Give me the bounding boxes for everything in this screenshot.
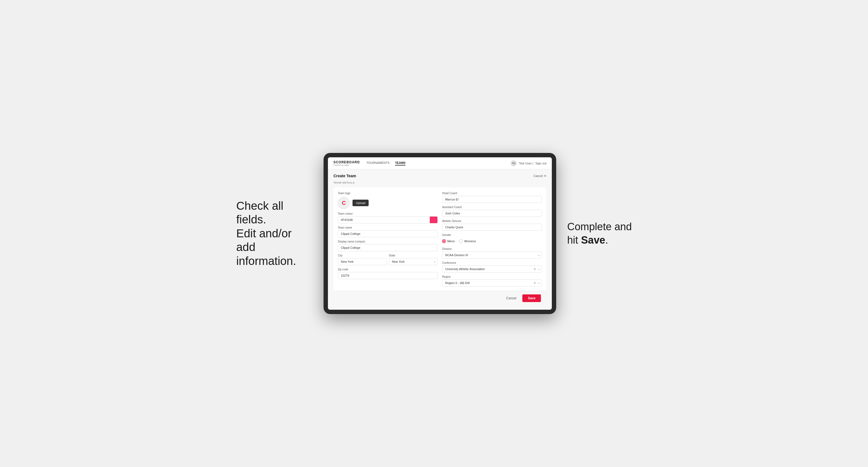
annotation-line2: Edit and/or add (236, 227, 313, 254)
logo-title: SCOREBOARD (333, 160, 360, 164)
head-coach-label: Head Coach (442, 192, 542, 195)
nav-user: Test User | (519, 162, 533, 165)
form-area: Team logo C Upload Team colo (333, 187, 546, 291)
conference-label: Conference (442, 261, 542, 264)
right-column: Head Coach Assistant Coach Athletic Dire… (442, 192, 542, 286)
page-header: Create Team Cancel ✕ (333, 174, 546, 178)
city-group: City (338, 254, 386, 265)
region-select[interactable]: Region II - (M) DIII Region I Region III (442, 279, 542, 286)
logo-preview: C (338, 197, 350, 209)
state-select-wrapper: New York California Texas (389, 258, 438, 265)
team-logo-label: Team logo (338, 192, 438, 195)
nav-logo: SCOREBOARD Powered by clippd (333, 160, 360, 166)
radio-dot-womens (459, 239, 463, 243)
state-label: State (389, 254, 438, 257)
zip-label: Zip code (338, 268, 438, 271)
team-logo-section: Team logo C Upload (338, 192, 438, 209)
colour-row (338, 216, 438, 223)
gender-section: Gender Mens Womens (442, 234, 542, 245)
head-coach-section: Head Coach (442, 192, 542, 203)
region-select-wrapper: Region II - (M) DIII Region I Region III… (442, 279, 542, 286)
radio-womens[interactable]: Womens (459, 239, 476, 243)
athletic-director-label: Athletic Director (442, 220, 542, 223)
head-coach-input[interactable] (442, 196, 542, 203)
cancel-label: Cancel (533, 174, 543, 178)
city-state-section: City State New York Californi (338, 254, 438, 265)
nav-links: TOURNAMENTS TEAMS (366, 161, 511, 165)
zip-input[interactable] (338, 272, 438, 279)
save-button[interactable]: Save (522, 294, 541, 302)
left-column: Team logo C Upload Team colo (338, 192, 438, 286)
signout-link[interactable]: Sign out (535, 162, 546, 165)
colour-swatch (430, 217, 437, 223)
radio-mens[interactable]: Mens (442, 239, 455, 243)
annotation-line1: Check all fields. (236, 199, 313, 227)
display-name-input[interactable] (338, 244, 438, 251)
display-name-section: Display name (unique) (338, 240, 438, 251)
team-name-section: Team name (338, 226, 438, 237)
avatar: TU (510, 160, 517, 166)
section-label: TEAM DETAILS (333, 181, 546, 184)
nav-bar: SCOREBOARD Powered by clippd TOURNAMENTS… (328, 157, 552, 169)
upload-button[interactable]: Upload (352, 199, 369, 206)
annotation-right-line2: hit (567, 234, 581, 246)
gender-label: Gender (442, 234, 542, 237)
nav-link-teams[interactable]: TEAMS (395, 161, 406, 165)
assistant-coach-input[interactable] (442, 210, 542, 217)
state-select[interactable]: New York California Texas (389, 258, 438, 265)
division-label: Division (442, 247, 542, 250)
left-annotation: Check all fields. Edit and/or add inform… (236, 199, 313, 268)
radio-dot-mens (442, 239, 446, 243)
region-clear-button[interactable]: ✕ (533, 281, 536, 285)
team-colour-label: Team colour (338, 212, 438, 215)
form-grid: Team logo C Upload Team colo (338, 192, 542, 286)
annotation-line3: information. (236, 254, 313, 268)
team-name-input[interactable] (338, 230, 438, 237)
city-label: City (338, 254, 386, 257)
radio-womens-label: Womens (464, 240, 476, 243)
city-input[interactable] (338, 258, 386, 265)
conference-section: Conference University Athletic Associati… (442, 261, 542, 273)
page-wrapper: Check all fields. Edit and/or add inform… (243, 153, 625, 314)
colour-input[interactable] (338, 217, 430, 223)
assistant-coach-section: Assistant Coach (442, 206, 542, 217)
form-footer: Cancel Save (333, 291, 546, 305)
annotation-bold: Save (581, 234, 605, 246)
nav-link-tournaments[interactable]: TOURNAMENTS (366, 161, 390, 165)
team-name-label: Team name (338, 226, 438, 229)
athletic-director-section: Athletic Director (442, 220, 542, 231)
page-title: Create Team (333, 174, 356, 178)
radio-group: Mens Womens (442, 238, 542, 245)
region-label: Region (442, 275, 542, 278)
annotation-period: . (605, 234, 608, 246)
cancel-footer-button[interactable]: Cancel (503, 294, 520, 302)
assistant-coach-label: Assistant Coach (442, 206, 542, 209)
conference-select[interactable]: University Athletic Association Atlantic… (442, 266, 542, 273)
division-select[interactable]: NCAA Division III NCAA Division I NCAA D… (442, 251, 542, 259)
zip-section: Zip code (338, 268, 438, 279)
logo-sub: Powered by clippd (333, 164, 360, 166)
logo-letter: C (342, 200, 346, 206)
nav-right: TU Test User | Sign out (510, 160, 546, 166)
division-select-wrapper: NCAA Division III NCAA Division I NCAA D… (442, 251, 542, 259)
logo-row: C Upload (338, 197, 438, 209)
region-section: Region Region II - (M) DIII Region I Reg… (442, 275, 542, 286)
tablet-frame: SCOREBOARD Powered by clippd TOURNAMENTS… (323, 153, 556, 314)
cancel-top-button[interactable]: Cancel ✕ (533, 174, 546, 178)
tablet-screen: SCOREBOARD Powered by clippd TOURNAMENTS… (328, 157, 552, 310)
annotation-right-line1: Complete and (567, 221, 632, 232)
radio-mens-label: Mens (447, 240, 455, 243)
right-annotation: Complete and hit Save. (567, 220, 632, 247)
athletic-director-input[interactable] (442, 224, 542, 231)
city-state-row: City State New York Californi (338, 254, 438, 265)
close-icon: ✕ (544, 174, 546, 178)
display-name-label: Display name (unique) (338, 240, 438, 243)
team-colour-section: Team colour (338, 212, 438, 223)
conference-select-wrapper: University Athletic Association Atlantic… (442, 266, 542, 273)
main-content: Create Team Cancel ✕ TEAM DETAILS (328, 169, 552, 310)
state-group: State New York California Texas (389, 254, 438, 265)
conference-clear-button[interactable]: ✕ (533, 268, 536, 271)
division-section: Division NCAA Division III NCAA Division… (442, 247, 542, 259)
